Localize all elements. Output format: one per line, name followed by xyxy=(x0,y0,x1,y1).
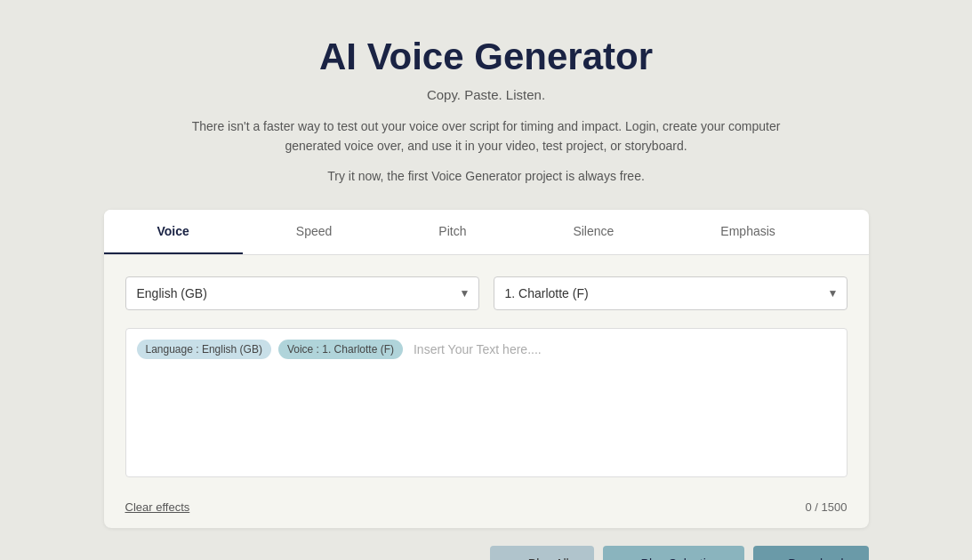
language-select-wrapper: English (GB) English (US) French German … xyxy=(125,276,479,310)
play-all-button[interactable]: ▷ Play All xyxy=(490,546,594,560)
description: There isn't a faster way to test out you… xyxy=(184,116,789,156)
tab-voice[interactable]: Voice xyxy=(104,210,243,254)
text-editor-container[interactable]: Language : English (GB) Voice : 1. Charl… xyxy=(125,328,847,477)
clear-effects-button[interactable]: Clear effects xyxy=(125,500,190,514)
tab-speed[interactable]: Speed xyxy=(243,210,385,254)
header-section: AI Voice Generator Copy. Paste. Listen. … xyxy=(166,0,807,210)
tab-pitch[interactable]: Pitch xyxy=(385,210,519,254)
card-footer: Clear effects 0 / 1500 xyxy=(104,492,869,528)
text-placeholder: Insert Your Text here.... xyxy=(414,342,542,356)
play-selection-button[interactable]: ▷ Play Selection xyxy=(603,546,745,560)
language-tag: Language : English (GB) xyxy=(137,340,271,359)
voice-select[interactable]: 1. Charlotte (F) 2. Emily (F) 3. James (… xyxy=(494,276,847,310)
main-card: Voice Speed Pitch Silence Emphasis Engli… xyxy=(104,210,869,528)
language-select[interactable]: English (GB) English (US) French German … xyxy=(125,276,479,310)
tab-bar: Voice Speed Pitch Silence Emphasis xyxy=(104,210,869,255)
textarea-inner[interactable] xyxy=(137,359,836,466)
subtitle: Copy. Paste. Listen. xyxy=(184,87,789,102)
tab-silence[interactable]: Silence xyxy=(519,210,667,254)
selects-row: English (GB) English (US) French German … xyxy=(125,276,847,310)
download-button[interactable]: ↓ Download xyxy=(753,546,868,560)
page-title: AI Voice Generator xyxy=(184,36,789,78)
tab-emphasis[interactable]: Emphasis xyxy=(667,210,828,254)
char-count: 0 / 1500 xyxy=(806,500,847,514)
voice-tag: Voice : 1. Charlotte (F) xyxy=(278,340,403,359)
text-tags-row: Language : English (GB) Voice : 1. Charl… xyxy=(137,340,836,359)
voice-select-wrapper: 1. Charlotte (F) 2. Emily (F) 3. James (… xyxy=(494,276,847,310)
card-body: English (GB) English (US) French German … xyxy=(104,255,869,492)
free-notice: Try it now, the first Voice Generator pr… xyxy=(184,169,789,183)
bottom-buttons: ▷ Play All ▷ Play Selection ↓ Download xyxy=(104,546,869,560)
